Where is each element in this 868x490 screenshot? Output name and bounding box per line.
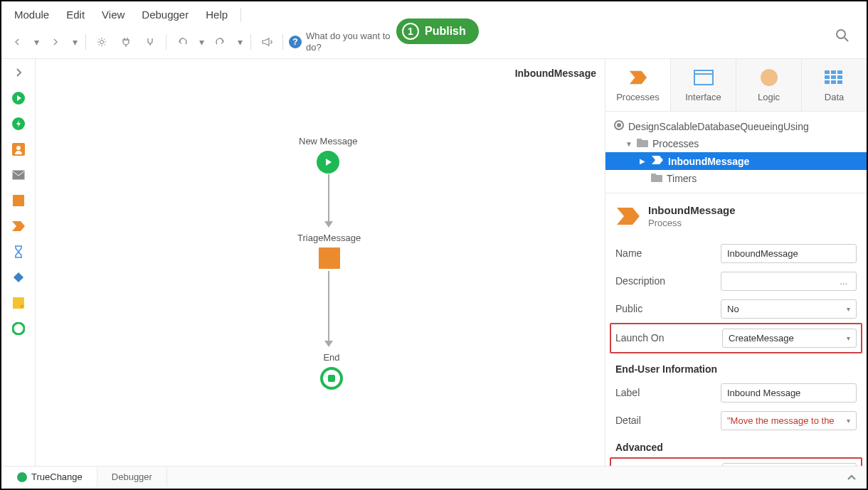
props-title: InboundMessage [648,203,736,218]
svg-rect-21 [837,80,842,84]
publish-label: Publish [425,25,466,38]
tree-folder-processes[interactable]: ▼ Processes [605,135,867,152]
tab-processes[interactable]: Processes [605,59,671,111]
rail-mail-icon[interactable] [11,167,26,183]
canvas-title: InboundMessage [515,68,596,79]
menu-edit[interactable]: Edit [59,6,92,23]
svg-rect-20 [831,80,836,84]
nav-back-button[interactable] [7,32,27,52]
tree-view: DesignScalableDatabaseQueueingUsing ▼ Pr… [605,112,867,193]
description-input[interactable]: ... [721,272,857,291]
flow-middle-label: TriageMessage [297,233,361,243]
rail-process-icon[interactable] [11,218,26,234]
logic-icon [759,68,779,87]
expand-panel-icon[interactable] [838,467,865,487]
prop-launch-on: Launch On CreateMessage [615,327,857,349]
public-dropdown[interactable]: No [721,299,857,319]
menu-help[interactable]: Help [199,6,235,23]
svg-rect-13 [825,70,830,74]
bottom-tab-truechange[interactable]: TrueChange [3,467,97,486]
props-subtitle: Process [648,218,736,230]
nav-forward-button[interactable] [46,32,65,52]
folder-icon [637,138,648,149]
menu-module[interactable]: Module [7,6,56,23]
rail-note-icon[interactable] [11,295,26,311]
rail-hourglass-icon[interactable] [11,244,26,260]
rail-square-icon[interactable] [11,193,26,208]
separator [282,34,283,50]
tree-folder-timers[interactable]: Timers [605,170,867,187]
flow-arrow [328,271,329,342]
tab-logic[interactable]: Logic [736,59,802,111]
tree-label: DesignScalableDatabaseQueueingUsing [628,121,809,132]
rail-expand-icon[interactable] [11,65,26,80]
svg-rect-17 [831,75,836,79]
svg-rect-7 [13,272,23,282]
name-input[interactable]: InboundMessage [721,244,857,263]
search-icon[interactable] [835,28,850,45]
settings-icon[interactable] [92,32,112,52]
svg-point-23 [617,123,621,127]
tab-label: Data [825,92,844,102]
tree-root[interactable]: DesignScalableDatabaseQueueingUsing [605,117,867,135]
flow-start-node[interactable]: New Message [299,136,357,174]
tree-label: Timers [667,173,697,184]
svg-rect-18 [837,75,842,79]
nav-back-dropdown[interactable]: ▾ [31,32,41,52]
flow-end-node[interactable]: End [320,352,343,390]
tree-label: InboundMessage [668,156,749,167]
rail-play-icon[interactable] [11,90,26,106]
separator [85,34,86,50]
rail-diamond-icon[interactable] [11,270,26,285]
nav-forward-dropdown[interactable]: ▾ [70,32,80,52]
prop-label: Name [615,247,715,259]
svg-point-0 [100,40,104,43]
help-prompt[interactable]: ? What do you want to do? [289,31,398,53]
prop-launch-on-highlighted: Launch On CreateMessage [610,323,862,353]
chevron-down-icon: ▼ [625,140,633,148]
undo-button[interactable] [172,32,192,52]
publish-button[interactable]: 1 Publish [396,18,479,44]
megaphone-icon[interactable] [257,32,277,52]
redo-button[interactable] [211,32,231,52]
svg-rect-6 [13,171,24,179]
svg-rect-15 [837,70,842,74]
tab-data[interactable]: Data [802,59,867,111]
svg-point-9 [13,323,24,334]
rail-circle-icon[interactable] [11,321,26,336]
rail-bolt-icon[interactable] [11,116,26,132]
rail-user-icon[interactable] [11,142,26,157]
canvas[interactable]: InboundMessage New Message TriageMessage… [36,59,605,469]
arrow-head-icon [324,221,333,228]
menu-debugger[interactable]: Debugger [134,6,196,23]
separator [250,34,251,50]
flow-middle-node[interactable]: TriageMessage [297,233,361,269]
bottom-bar: TrueChange Debugger [3,466,865,487]
arrow-head-icon [324,341,333,347]
bottom-tab-debugger[interactable]: Debugger [97,467,167,486]
label-input[interactable]: Inbound Message [721,383,857,403]
tree-item-inboundmessage[interactable]: ▶ InboundMessage [605,152,867,170]
merge-icon[interactable] [140,32,160,52]
status-dot-icon [17,472,27,482]
activity-icon [319,247,340,269]
panel-tabs: Processes Interface Logic Data [605,59,867,112]
ellipsis-icon[interactable]: ... [840,276,850,287]
redo-dropdown[interactable]: ▾ [235,32,245,52]
prop-label: Detail [615,415,715,426]
svg-rect-16 [825,75,830,79]
radio-icon [614,120,624,132]
data-icon [825,68,845,87]
undo-dropdown[interactable]: ▾ [196,32,206,52]
launch-on-dropdown[interactable]: CreateMessage [722,329,857,348]
tab-label: TrueChange [31,472,83,482]
right-panel: Processes Interface Logic Data DesignSca… [605,59,867,469]
tab-label: Debugger [112,472,152,482]
tab-interface[interactable]: Interface [671,59,736,111]
plug-icon[interactable] [116,32,136,52]
prop-public: Public No [605,295,867,323]
help-text: What do you want to do? [306,31,398,53]
detail-dropdown[interactable]: "Move the message to the [721,411,857,430]
prop-description: Description ... [605,267,867,295]
menu-view[interactable]: View [95,6,132,23]
